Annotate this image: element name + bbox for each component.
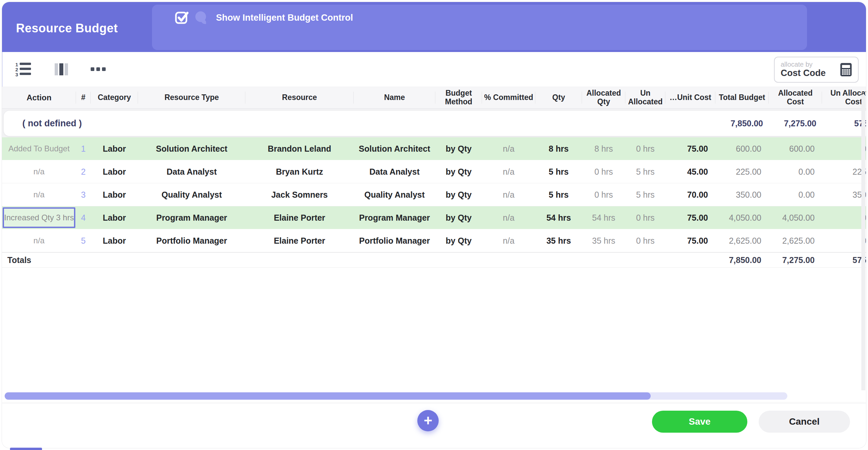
- column-header-un-allocated[interactable]: Un Allocated: [625, 87, 665, 108]
- column-header-unit-cost[interactable]: …Unit Cost: [665, 87, 715, 108]
- cell-committed[interactable]: n/a: [482, 229, 535, 252]
- cell-total-budget[interactable]: 600.00: [715, 137, 769, 160]
- cell-un-allocated[interactable]: 5 hrs: [625, 160, 665, 183]
- cell-qty[interactable]: 35 hrs: [535, 229, 582, 252]
- column-header-allocated-qty[interactable]: Allocated Qty: [582, 87, 625, 108]
- cell-total-budget[interactable]: 225.00: [715, 160, 769, 183]
- cell-unit-cost[interactable]: 75.00: [665, 229, 715, 252]
- cell-resource-type[interactable]: Solution Architect: [138, 137, 245, 160]
- cell-resource-type[interactable]: Data Analyst: [138, 160, 245, 183]
- vertical-scrollbar[interactable]: [861, 94, 865, 401]
- column-header-resource[interactable]: Resource: [245, 87, 354, 108]
- cell-budget-method[interactable]: by Qty: [435, 229, 482, 252]
- intelligent-budget-toggle-label[interactable]: Show Intelligent Budget Control: [216, 13, 353, 23]
- cell-category[interactable]: Labor: [91, 137, 138, 160]
- cell-category[interactable]: Labor: [91, 160, 138, 183]
- column-header-resource-type[interactable]: Resource Type: [138, 87, 245, 108]
- cell-committed[interactable]: n/a: [482, 160, 535, 183]
- cell-un-allocated-cost[interactable]: 0.00: [822, 206, 866, 229]
- cell-un-allocated[interactable]: 0 hrs: [625, 229, 665, 252]
- cell-name[interactable]: Program Manager: [354, 206, 435, 229]
- cell-budget-method[interactable]: by Qty: [435, 160, 482, 183]
- allocate-by-selector[interactable]: allocate by Cost Code: [774, 57, 859, 83]
- table-row[interactable]: n/a5LaborPortfolio ManagerElaine PorterP…: [2, 229, 866, 252]
- cell-num[interactable]: 1: [76, 137, 91, 160]
- cell-budget-method[interactable]: by Qty: [435, 137, 482, 160]
- cell-num[interactable]: 4: [76, 206, 91, 229]
- horizontal-scrollbar-track[interactable]: [5, 392, 787, 400]
- table-row[interactable]: n/a3LaborQuality AnalystJack SomnersQual…: [2, 183, 866, 206]
- cell-committed[interactable]: n/a: [482, 137, 535, 160]
- cell-resource-type[interactable]: Quality Analyst: [138, 183, 245, 206]
- cell-total-budget[interactable]: 4,050.00: [715, 206, 769, 229]
- cell-category[interactable]: Labor: [91, 206, 138, 229]
- column-header-total-budget[interactable]: Total Budget: [715, 87, 769, 108]
- cell-name[interactable]: Quality Analyst: [354, 183, 435, 206]
- cell-allocated-cost[interactable]: 0.00: [769, 183, 822, 206]
- cell-allocated-qty[interactable]: 0 hrs: [582, 183, 625, 206]
- cell-total-budget[interactable]: 350.00: [715, 183, 769, 206]
- column-header-un-allocated-cost[interactable]: Un Allocated Cost: [822, 87, 866, 108]
- column-header-committed[interactable]: % Committed: [482, 87, 535, 108]
- cell-allocated-cost[interactable]: 600.00: [769, 137, 822, 160]
- cell-qty[interactable]: 54 hrs: [535, 206, 582, 229]
- add-row-button[interactable]: +: [417, 410, 439, 431]
- cell-qty[interactable]: 5 hrs: [535, 160, 582, 183]
- cell-un-allocated-cost[interactable]: 0.00: [822, 137, 866, 160]
- group-row-not-defined[interactable]: ( not defined ) 7,850.00 7,275.00 575.00: [3, 110, 866, 136]
- cell-action[interactable]: Increased Qty 3 hrs: [2, 206, 76, 229]
- table-row[interactable]: n/a2LaborData AnalystBryan KurtzData Ana…: [2, 160, 866, 183]
- column-header-allocated-cost[interactable]: Allocated Cost: [769, 87, 822, 108]
- table-row[interactable]: Added To Budget1LaborSolution ArchitectB…: [2, 137, 866, 160]
- table-row[interactable]: Increased Qty 3 hrs4LaborProgram Manager…: [2, 206, 866, 229]
- cell-un-allocated[interactable]: 5 hrs: [625, 183, 665, 206]
- cancel-button[interactable]: Cancel: [759, 411, 850, 433]
- cell-category[interactable]: Labor: [91, 229, 138, 252]
- cell-unit-cost[interactable]: 70.00: [665, 183, 715, 206]
- cell-unit-cost[interactable]: 75.00: [665, 206, 715, 229]
- save-button[interactable]: Save: [652, 411, 747, 433]
- cell-un-allocated[interactable]: 0 hrs: [625, 206, 665, 229]
- cell-num[interactable]: 2: [76, 160, 91, 183]
- column-header-name[interactable]: Name: [354, 87, 435, 108]
- cell-allocated-qty[interactable]: 0 hrs: [582, 160, 625, 183]
- column-header-num[interactable]: #: [76, 87, 91, 108]
- column-header-category[interactable]: Category: [91, 87, 138, 108]
- cell-committed[interactable]: n/a: [482, 183, 535, 206]
- cell-num[interactable]: 3: [76, 183, 91, 206]
- column-header-budget-method[interactable]: Budget Method: [435, 87, 482, 108]
- cell-qty[interactable]: 8 hrs: [535, 137, 582, 160]
- numbered-list-icon[interactable]: 1 2 3: [16, 62, 33, 77]
- cell-resource[interactable]: Jack Somners: [245, 183, 354, 206]
- cell-num[interactable]: 5: [76, 229, 91, 252]
- cell-action[interactable]: n/a: [2, 183, 76, 206]
- cell-action[interactable]: Added To Budget: [2, 137, 76, 160]
- cell-un-allocated-cost[interactable]: 0.00: [822, 229, 866, 252]
- cell-un-allocated[interactable]: 0 hrs: [625, 137, 665, 160]
- cell-unit-cost[interactable]: 75.00: [665, 137, 715, 160]
- cell-resource[interactable]: Elaine Porter: [245, 229, 354, 252]
- horizontal-scrollbar-thumb[interactable]: [5, 392, 651, 400]
- cell-un-allocated-cost[interactable]: 350.00: [822, 183, 866, 206]
- cell-allocated-cost[interactable]: 4,050.00: [769, 206, 822, 229]
- cell-allocated-cost[interactable]: 0.00: [769, 160, 822, 183]
- cell-action[interactable]: n/a: [2, 160, 76, 183]
- cell-allocated-qty[interactable]: 54 hrs: [582, 206, 625, 229]
- cell-name[interactable]: Portfolio Manager: [354, 229, 435, 252]
- column-header-qty[interactable]: Qty: [535, 87, 582, 108]
- cell-allocated-cost[interactable]: 2,625.00: [769, 229, 822, 252]
- cell-resource-type[interactable]: Portfolio Manager: [138, 229, 245, 252]
- cell-committed[interactable]: n/a: [482, 206, 535, 229]
- more-options-icon[interactable]: [90, 62, 107, 77]
- cell-total-budget[interactable]: 2,625.00: [715, 229, 769, 252]
- cell-budget-method[interactable]: by Qty: [435, 183, 482, 206]
- intelligent-budget-checkbox[interactable]: [175, 11, 189, 25]
- column-header-action[interactable]: Action: [2, 87, 76, 108]
- cell-budget-method[interactable]: by Qty: [435, 206, 482, 229]
- cell-allocated-qty[interactable]: 35 hrs: [582, 229, 625, 252]
- cell-resource[interactable]: Bryan Kurtz: [245, 160, 354, 183]
- cell-unit-cost[interactable]: 45.00: [665, 160, 715, 183]
- cell-resource[interactable]: Elaine Porter: [245, 206, 354, 229]
- columns-icon[interactable]: [53, 62, 70, 77]
- cell-resource[interactable]: Brandon Leland: [245, 137, 354, 160]
